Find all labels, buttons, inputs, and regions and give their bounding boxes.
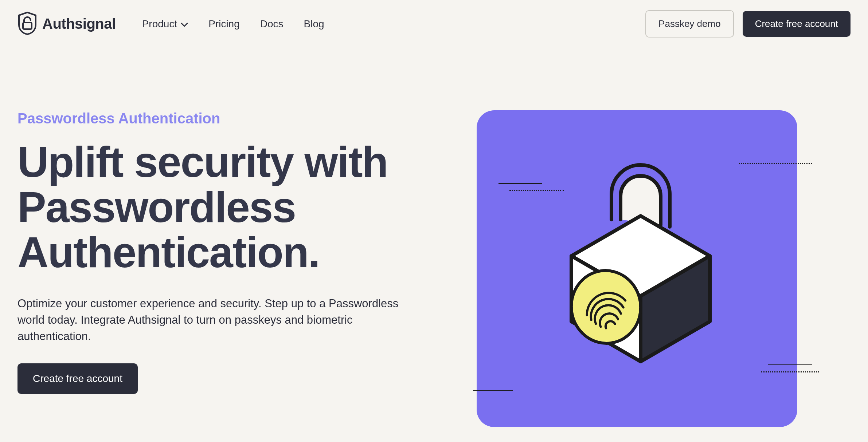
illustration-panel [477, 110, 797, 427]
decorative-line [473, 390, 513, 391]
brand-logo[interactable]: Authsignal [17, 12, 116, 36]
nav-item-product[interactable]: Product [142, 18, 188, 30]
chevron-down-icon [181, 18, 188, 30]
nav-item-blog[interactable]: Blog [304, 18, 324, 30]
nav-links: Product Pricing Docs Blog [142, 18, 324, 30]
decorative-line [739, 163, 812, 164]
hero-copy: Passwordless Authentication Uplift secur… [17, 110, 455, 427]
create-account-button[interactable]: Create free account [743, 11, 851, 37]
nav-label: Product [142, 18, 177, 30]
navbar: Authsignal Product Pricing Docs Blog Pas… [17, 10, 851, 38]
hero-headline: Uplift security with Passwordless Authen… [17, 140, 455, 275]
hero-cta: Create free account [17, 363, 455, 394]
hero-section: Passwordless Authentication Uplift secur… [17, 110, 851, 427]
svg-rect-0 [23, 23, 32, 29]
hero-subhead: Optimize your customer experience and se… [17, 296, 418, 345]
nav-item-docs[interactable]: Docs [260, 18, 284, 30]
decorative-line [761, 371, 819, 372]
hero-create-account-button[interactable]: Create free account [17, 363, 138, 394]
nav-label: Pricing [208, 18, 240, 30]
decorative-line [768, 364, 812, 365]
passkey-demo-button[interactable]: Passkey demo [645, 10, 734, 38]
hero-eyebrow: Passwordless Authentication [17, 110, 455, 127]
nav-label: Docs [260, 18, 284, 30]
nav-right: Passkey demo Create free account [645, 10, 851, 38]
hero-illustration-wrap [469, 110, 797, 427]
brand-name: Authsignal [42, 16, 116, 32]
padlock-fingerprint-icon [535, 143, 739, 391]
nav-item-pricing[interactable]: Pricing [208, 18, 240, 30]
lock-shield-icon [17, 12, 37, 36]
nav-label: Blog [304, 18, 324, 30]
